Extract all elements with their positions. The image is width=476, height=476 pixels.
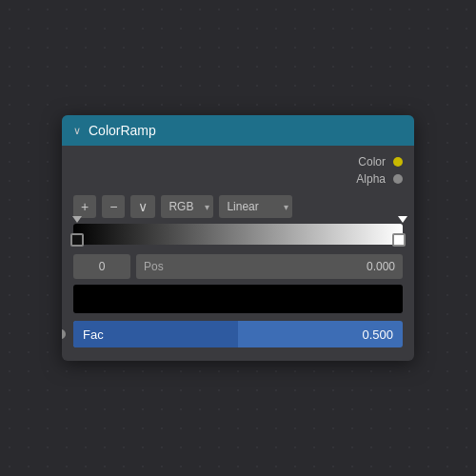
right-color-stop[interactable] bbox=[392, 233, 406, 247]
controls-row: 0 Pos 0.000 bbox=[73, 254, 403, 279]
preview-bar bbox=[73, 285, 403, 313]
left-color-stop[interactable] bbox=[70, 233, 84, 247]
fac-row: Fac 0.500 bbox=[73, 321, 403, 347]
color-socket[interactable] bbox=[393, 157, 403, 167]
alpha-output-row: Alpha bbox=[73, 172, 403, 186]
gradient-bar-container bbox=[73, 224, 403, 245]
gradient-bar[interactable] bbox=[73, 224, 403, 245]
collapse-chevron[interactable]: ∨ bbox=[73, 125, 81, 137]
left-stop-arrow bbox=[72, 216, 82, 223]
stop-value-field[interactable]: 0 bbox=[73, 254, 130, 279]
fac-value: 0.500 bbox=[362, 327, 393, 342]
toolbar-row: + − ∨ RGB HSV HSL Linear Ease B-Spline C… bbox=[73, 195, 403, 218]
right-stop-arrow bbox=[398, 216, 407, 223]
alpha-output-label: Alpha bbox=[356, 172, 386, 186]
colorramp-panel: ∨ ColorRamp Color Alpha + − ∨ RGB HSV HS… bbox=[62, 115, 414, 361]
panel-header: ∨ ColorRamp bbox=[62, 115, 414, 146]
add-stop-button[interactable]: + bbox=[73, 195, 96, 218]
panel-title: ColorRamp bbox=[89, 123, 156, 138]
alpha-socket[interactable] bbox=[393, 174, 403, 184]
fac-socket[interactable] bbox=[62, 329, 66, 339]
fac-field[interactable]: Fac 0.500 bbox=[73, 321, 403, 347]
interpolation-mode-select[interactable]: Linear Ease B-Spline Cardinal Constant bbox=[219, 195, 292, 218]
pos-field[interactable]: Pos 0.000 bbox=[136, 254, 403, 279]
remove-stop-button[interactable]: − bbox=[102, 195, 125, 218]
color-output-row: Color bbox=[73, 155, 403, 169]
color-mode-select[interactable]: RGB HSV HSL bbox=[161, 195, 213, 218]
fac-label: Fac bbox=[83, 327, 104, 342]
color-mode-wrapper[interactable]: RGB HSV HSL bbox=[161, 195, 213, 218]
panel-body: Color Alpha + − ∨ RGB HSV HSL Linear bbox=[62, 146, 414, 361]
interpolation-mode-wrapper[interactable]: Linear Ease B-Spline Cardinal Constant bbox=[219, 195, 292, 218]
color-output-label: Color bbox=[358, 155, 386, 169]
pos-value: 0.000 bbox=[367, 260, 395, 273]
pos-label: Pos bbox=[144, 260, 164, 273]
dropdown-button[interactable]: ∨ bbox=[130, 195, 155, 218]
